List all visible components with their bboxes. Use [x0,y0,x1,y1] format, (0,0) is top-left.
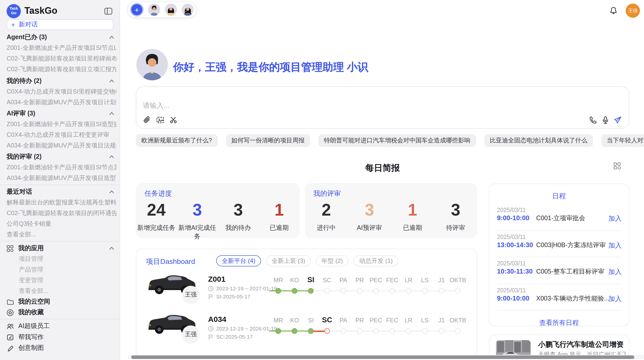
sidebar-item[interactable]: C02-飞腾新能源轻客改款项目立项汇报方案 [7,64,116,75]
microphone-icon[interactable] [601,116,609,124]
sidebar-item[interactable]: C0X4-动力总成开发项目工程变更评审 [7,130,116,140]
scissors-icon[interactable] [169,116,178,124]
divider [497,257,621,257]
stat-label: 已逾期 [391,224,434,232]
avatar[interactable] [182,4,194,16]
app-item-change-mgmt[interactable]: 变更管理 [7,275,116,286]
owner-badge: 王强 [182,286,199,303]
milestone-dot-done [292,288,297,294]
recent-item[interactable]: C02-飞腾新能源轻客改款项目的闭环通告反馈情况 [7,208,116,219]
ai-super-staff-label: AI超级员工 [18,322,50,331]
avatar[interactable] [148,4,160,16]
chevron-up-icon [109,154,114,160]
chevron-up-icon [109,189,114,195]
sidebar-item-favorites[interactable]: 我的收藏 [7,307,116,318]
recent-item[interactable]: 解释最新出台的欧盟报废车法规再生塑料比例被调至15%... [7,197,116,208]
sidebar-item[interactable]: Z001-全新燃油轻卡产品开发项目SI造型提交物评审 [7,119,116,130]
sidebar-item[interactable]: Z001-全新燃油轻卡产品开发项目SI节点属性5D文件评审 [7,162,116,173]
app-item-project-mgmt[interactable]: 项目管理 [7,254,116,264]
greeting-text: 你好，王强，我是你的项目管理助理 小识 [173,60,368,74]
cloud-space-label: 我的云空间 [18,297,50,306]
suggestion-chip[interactable]: 当下年轻人对汽车外观有怎样的喜好趋势 [601,134,644,147]
tab-new-platform[interactable]: 全新平台 (4) [216,255,261,266]
app-logo: Task Go [7,4,21,18]
chat-input[interactable] [142,101,447,110]
section-agent-done[interactable]: Agent已办 (3) [7,32,116,43]
sidebar-collapse-icon[interactable] [104,7,112,15]
milestone-label: LS [421,317,428,324]
section-title: 我的待办 (2) [7,77,42,85]
project-milestone-date: SI-2025-05-17 [208,293,250,299]
milestone-dot-pending [341,288,346,294]
section-my-review[interactable]: 我的评审 (2) [7,152,116,162]
avatar[interactable] [165,4,177,16]
sidebar-item-help-me-write[interactable]: 帮我写作 [7,332,116,343]
help-me-write-label: 帮我写作 [18,333,44,342]
suggestion-chip[interactable]: 比亚迪全固态电池计划具体说了什么 [484,134,593,147]
sidebar-item[interactable]: Z001-全新燃油皮卡产品开发项目SI节点Lesson Learn报告 [7,43,116,53]
join-link[interactable]: 加入 [608,294,622,304]
recent-view-all[interactable]: 查看全部... [7,229,116,240]
flag-icon [208,294,214,299]
event-name: C003|H0B-方案冻结评审 [536,241,606,250]
flag-icon [208,334,214,339]
event-name: X003-车辆动力学性能验... [536,294,609,303]
tab-year-model[interactable]: 年型 (2) [316,255,348,266]
milestone-label: OKTB [449,277,466,284]
milestone-label: OKTB [449,317,466,324]
attachment-icon[interactable] [143,116,151,124]
join-link[interactable]: 加入 [608,267,622,277]
milestone-label: J1 [438,317,445,324]
join-link[interactable]: 加入 [608,214,622,223]
milestone-label: PEC [370,277,382,284]
divider [497,284,621,284]
recent-item[interactable]: 公司Q3轻卡销量 [7,219,116,229]
dashboard-tabs: 全新平台 (4) 全新上装 (3) 年型 (2) 动总开发 (1) [216,255,398,266]
user-avatar[interactable]: 王强 [626,4,640,18]
app-window: Task Go TaskGo + 新对话 Agent已办 (3) Z001-全新… [0,0,644,360]
layout-grid-icon[interactable] [613,162,621,170]
sidebar-item-ai-super-staff[interactable]: AI超级员工 [7,321,116,332]
stat-label: 进行中 [305,224,348,232]
milestone-label: LR [405,277,413,284]
tab-new-body[interactable]: 全新上装 (3) [266,255,311,266]
milestone-label: PR [355,277,364,284]
tab-powertrain[interactable]: 动总开发 (1) [354,255,398,266]
milestone-label: PA [340,277,347,284]
section-my-todo[interactable]: 我的待办 (2) [7,76,116,86]
section-ai-review[interactable]: AI评审 (3) [7,108,116,119]
send-icon[interactable] [613,116,622,124]
assistant-avatar [136,49,168,80]
sidebar-item[interactable]: C0X4-动力总成开发项目SI里程碑提交物检查 [7,86,116,97]
view-all-schedule-link[interactable]: 查看所有日程 [489,318,629,327]
my-review-title: 我的评审 [313,189,341,198]
sidebar-item-cloud-space[interactable]: 我的云空间 [7,296,116,307]
sidebar-item[interactable]: A034-全新新能源MUV产品开发项目计划变更表编写 [7,97,116,108]
sidebar-item[interactable]: A034-全新新能源MUV产品开发项目造型可行性评审 [7,173,116,184]
milestone-label: PR [355,317,364,324]
app-item-product-mgmt[interactable]: 产品管理 [7,264,116,275]
news-title: 小鹏飞行汽车制造公司增资 [538,340,624,349]
sidebar-item-my-apps[interactable]: 我的应用 [7,243,116,254]
sidebar-item-creative-drawing[interactable]: 创意制图 [7,343,116,354]
suggestion-chip[interactable]: 欧洲新规最近颁布了什么? [136,134,217,147]
sidebar-item[interactable]: A034-全新新能源MUV产品开发项目法规符合性评审 [7,140,116,151]
section-title: Agent已办 (3) [7,33,47,42]
suggestion-chip[interactable]: 特朗普可能对进口汽车增税会对中国车企造成哪些影响 [318,134,476,147]
stat-value: 2 [305,200,348,220]
notification-bell-icon[interactable] [609,7,618,15]
sidebar-item[interactable]: C02-飞腾新能源轻客改款项目里程碑画布 [7,53,116,64]
horizontal-scrollbar-thumb[interactable] [131,355,634,359]
project-name[interactable]: Z001 [208,275,225,283]
add-conversation-button[interactable]: + [131,4,142,15]
section-recent[interactable]: 最近对话 [7,187,116,197]
suggestion-chip[interactable]: 如何写一份清晰的项目周报 [226,134,310,147]
new-chat-button[interactable]: + 新对话 [7,19,113,30]
join-link[interactable]: 加入 [608,241,622,250]
image-icon[interactable] [156,116,164,124]
project-name[interactable]: A034 [208,315,226,323]
milestone-label: J1 [438,277,445,284]
event-date: 2025/03/11 [497,287,526,293]
phone-icon[interactable] [589,116,597,124]
app-item-view-all[interactable]: 查看全部... [7,286,116,296]
